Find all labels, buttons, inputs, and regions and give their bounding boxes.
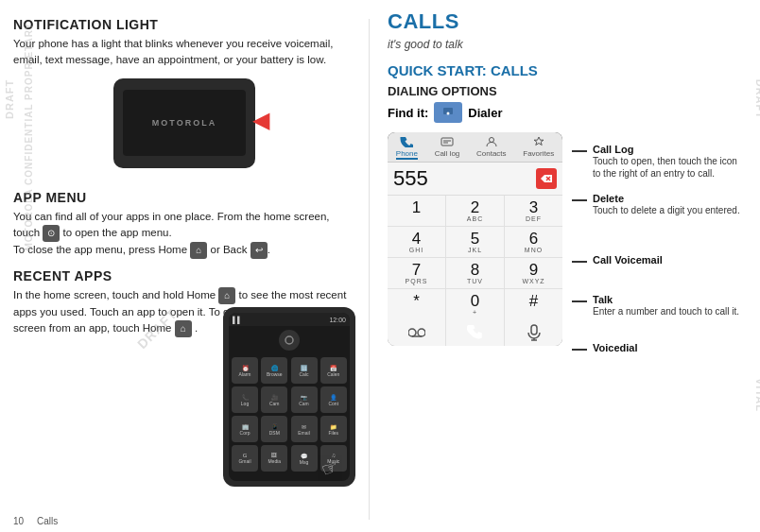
app-menu-body2: to open the app menu. xyxy=(63,227,172,238)
email-app[interactable]: ✉Email xyxy=(291,416,318,442)
camera-app[interactable]: 📷Cam xyxy=(291,386,318,413)
tab-calllog[interactable]: Call log xyxy=(435,136,460,160)
home-icon-3: ⌂ xyxy=(175,320,192,337)
phone-dialer-icon xyxy=(440,105,457,120)
find-it-row: Find it: Dialer xyxy=(388,102,747,123)
phone-and-annotations: Phone Call log Contacts Favorites 555 xyxy=(388,132,747,367)
voicedial-annotation: Voicedial xyxy=(572,342,747,353)
key-star[interactable]: * xyxy=(388,289,445,319)
dsm-icon: 📱 xyxy=(271,423,278,430)
key-hash[interactable]: # xyxy=(505,289,562,319)
talk-annot-text: Talk Enter a number and touch to call it… xyxy=(593,294,739,317)
dialer-label: Dialer xyxy=(468,106,502,120)
calendar-icon: 📅 xyxy=(330,365,337,371)
dial-display: 555 xyxy=(388,163,562,196)
calculator-app[interactable]: 🔢Calc xyxy=(291,357,318,384)
delete-annot-text: Delete Touch to delete a digit you enter… xyxy=(593,193,740,216)
call-log-annot-desc: Touch to open, then touch the icon to th… xyxy=(593,155,747,180)
key-8[interactable]: 8TUV xyxy=(446,258,504,288)
calls-title: CALLS xyxy=(388,9,747,34)
email-icon: ✉ xyxy=(302,423,306,430)
dial-number: 555 xyxy=(393,166,536,191)
find-it-label: Find it: xyxy=(388,106,428,120)
dsm-app[interactable]: 📱DSM xyxy=(261,416,287,442)
notification-light-section: NOTIFICATION LIGHT Your phone has a ligh… xyxy=(13,17,355,69)
home-icon: ⌂ xyxy=(190,242,207,259)
delete-annotation: Delete Touch to delete a digit you enter… xyxy=(572,193,747,216)
tab-favorites[interactable]: Favorites xyxy=(523,136,554,160)
back-icon: ↩ xyxy=(250,242,268,259)
page-number: 10 xyxy=(13,516,24,526)
key-3[interactable]: 3DEF xyxy=(505,196,562,226)
tab-contacts[interactable]: Contacts xyxy=(476,136,507,160)
app-menu-title: APP MENU xyxy=(13,190,355,205)
browser-icon: 🌐 xyxy=(271,365,278,371)
delete-button[interactable] xyxy=(536,168,557,189)
alarm-clock-app[interactable]: ⏰Alarm xyxy=(232,357,258,384)
or-back-text: or Back xyxy=(211,244,248,255)
call-log-annot-title: Call Log xyxy=(593,144,747,155)
messaging-app[interactable]: 💬Msg xyxy=(291,445,318,472)
key-4[interactable]: 4GHI xyxy=(388,227,445,257)
recent-apps-body1: In the home screen, touch and hold Home xyxy=(13,289,216,300)
tab-calllog-label: Call log xyxy=(435,149,460,158)
calllog-app[interactable]: 📞Log xyxy=(232,386,258,413)
recent-apps-body3: . xyxy=(195,322,198,334)
notification-light-title: NOTIFICATION LIGHT xyxy=(13,17,355,32)
svg-rect-14 xyxy=(531,325,537,335)
talk-annot-title: Talk xyxy=(593,294,739,305)
delete-annot-title: Delete xyxy=(593,193,740,204)
key-6[interactable]: 6MNO xyxy=(505,227,562,257)
keypad-grid: 1 2ABC 3DEF 4GHI 5JKL 6MNO 7PQRS 8TUV 9W… xyxy=(388,196,562,319)
key-0[interactable]: 0+ xyxy=(446,289,504,319)
tab-phone[interactable]: Phone xyxy=(396,136,418,160)
call-log-annot-text: Call Log Touch to open, then touch the i… xyxy=(593,144,747,180)
annotation-line-2 xyxy=(572,199,587,201)
phone-tab-icon xyxy=(400,136,413,147)
key-9[interactable]: 9WXYZ xyxy=(505,258,562,288)
calendar-app[interactable]: 📅Calen xyxy=(320,357,347,384)
app-menu-phone-mockup: ▌▌ 12:00 ⏰Alarm 🌐Browse 🔢Calc 📅Calen 📞Lo… xyxy=(223,307,355,487)
corp-dir-app[interactable]: 🏢Corp xyxy=(232,416,258,442)
home-button-icon xyxy=(279,330,300,351)
cam-icon: 🎥 xyxy=(271,394,278,401)
talk-annotation: Talk Enter a number and touch to call it… xyxy=(572,294,747,317)
svg-point-4 xyxy=(447,112,450,115)
phone-screen-inner: ▌▌ 12:00 ⏰Alarm 🌐Browse 🔢Calc 📅Calen 📞Lo… xyxy=(229,313,350,481)
call-button[interactable] xyxy=(446,319,504,346)
voicemail-key[interactable] xyxy=(388,319,445,346)
contacts-app[interactable]: 👤Cont xyxy=(320,386,347,413)
phone-tabs-bar: Phone Call log Contacts Favorites xyxy=(388,132,562,163)
calllog-tab-icon xyxy=(440,136,454,147)
contacts-tab-icon xyxy=(485,136,498,147)
left-column: NOTIFICATION LIGHT Your phone has a ligh… xyxy=(0,0,369,532)
media-gallery-app[interactable]: 🖼Media xyxy=(261,445,287,472)
recent-apps-title: RECENT APPS xyxy=(13,268,355,283)
motorola-logo: MOTOROLA xyxy=(123,90,246,156)
dialer-icon-box[interactable] xyxy=(434,102,462,123)
voicemail-icon xyxy=(408,326,425,339)
backspace-icon xyxy=(540,174,553,183)
delete-annot-desc: Touch to delete a digit you entered. xyxy=(593,204,740,216)
svg-point-0 xyxy=(285,336,293,344)
app-menu-section: APP MENU You can find all of your apps i… xyxy=(13,190,355,259)
page-footer: 10 Calls xyxy=(13,516,58,526)
key-2[interactable]: 2ABC xyxy=(446,196,504,226)
camcorder-app[interactable]: 🎥Cam xyxy=(261,386,287,413)
call-voicemail-annot-text: Call Voicemail xyxy=(593,254,663,266)
key-7[interactable]: 7PQRS xyxy=(388,258,445,288)
key-5[interactable]: 5JKL xyxy=(446,227,504,257)
microphone-icon xyxy=(526,324,543,341)
voicedial-key[interactable] xyxy=(505,319,562,346)
svg-point-12 xyxy=(418,329,425,336)
home-icon-2: ⌂ xyxy=(218,287,235,304)
gmail-app[interactable]: GGmail xyxy=(232,445,258,472)
tab-favorites-label: Favorites xyxy=(523,149,554,158)
annotations-column: Call Log Touch to open, then touch the i… xyxy=(572,132,747,367)
key-1[interactable]: 1 xyxy=(388,196,445,226)
calllog-icon: 📞 xyxy=(242,394,249,401)
filemanager-app[interactable]: 📁Files xyxy=(320,416,347,442)
browser-app[interactable]: 🌐Browse xyxy=(261,357,287,384)
app-menu-body: You can find all of your apps in one pla… xyxy=(13,209,355,259)
talk-annot-desc: Enter a number and touch to call it. xyxy=(593,305,739,317)
